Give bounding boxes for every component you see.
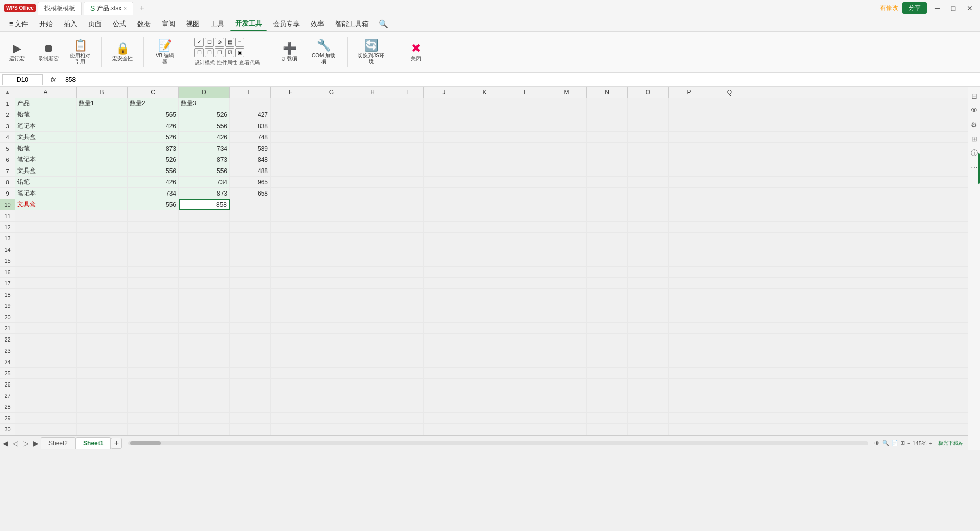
- checkbox-8[interactable]: ☐: [215, 48, 224, 57]
- design-mode-button[interactable]: 设计模式: [194, 59, 215, 66]
- cell-J12[interactable]: [424, 222, 464, 232]
- cell-P29[interactable]: [669, 413, 709, 423]
- row-num-26[interactable]: 26: [0, 379, 15, 390]
- cell-O16[interactable]: [628, 267, 669, 277]
- cell-M23[interactable]: [546, 345, 587, 356]
- sidebar-format-btn[interactable]: ⊞: [969, 134, 979, 144]
- cell-K19[interactable]: [464, 300, 505, 311]
- cell-g2[interactable]: [311, 109, 352, 120]
- cell-P20[interactable]: [669, 311, 709, 322]
- cell-b8[interactable]: [77, 177, 128, 187]
- cell-M22[interactable]: [546, 334, 587, 345]
- cell-A17[interactable]: [15, 278, 77, 288]
- cell-m6[interactable]: [546, 154, 587, 165]
- cell-h8[interactable]: [352, 177, 393, 187]
- cell-f8[interactable]: [271, 177, 311, 187]
- cell-B15[interactable]: [77, 255, 128, 266]
- cell-e2[interactable]: 427: [230, 109, 271, 120]
- sidebar-collapse-btn[interactable]: ⊟: [969, 91, 979, 101]
- close-button[interactable]: ✕: [964, 2, 976, 14]
- cell-K15[interactable]: [464, 255, 505, 266]
- cell-D14[interactable]: [179, 244, 230, 255]
- cell-i1[interactable]: [393, 98, 424, 109]
- menu-review[interactable]: 审阅: [157, 17, 180, 31]
- cell-D25[interactable]: [179, 368, 230, 378]
- cell-b9[interactable]: [77, 188, 128, 199]
- sheet-tab-next[interactable]: ▷: [20, 438, 31, 448]
- row-num-16[interactable]: 16: [0, 267, 15, 277]
- cell-p3[interactable]: [669, 120, 709, 131]
- row-num-24[interactable]: 24: [0, 356, 15, 367]
- cell-I15[interactable]: [393, 255, 424, 266]
- zoom-out-btn[interactable]: −: [907, 440, 910, 446]
- cell-C13[interactable]: [128, 233, 179, 244]
- cell-h2[interactable]: [352, 109, 393, 120]
- cell-F23[interactable]: [271, 345, 311, 356]
- cell-m3[interactable]: [546, 120, 587, 131]
- cell-l8[interactable]: [505, 177, 546, 187]
- cell-O21[interactable]: [628, 323, 669, 333]
- wps-logo[interactable]: WPS Office: [4, 4, 36, 12]
- cell-E15[interactable]: [230, 255, 271, 266]
- cell-P19[interactable]: [669, 300, 709, 311]
- cell-C24[interactable]: [128, 356, 179, 367]
- cell-E23[interactable]: [230, 345, 271, 356]
- cell-l1[interactable]: [505, 98, 546, 109]
- checkbox-7[interactable]: ☐: [205, 48, 214, 57]
- cell-o2[interactable]: [628, 109, 669, 120]
- zoom-in-btn[interactable]: +: [929, 440, 932, 446]
- run-macro-button[interactable]: ▶ 运行宏: [4, 37, 30, 67]
- cell-h1[interactable]: [352, 98, 393, 109]
- cell-C20[interactable]: [128, 311, 179, 322]
- cell-K23[interactable]: [464, 345, 505, 356]
- cell-d7[interactable]: 556: [179, 165, 230, 176]
- cell-n9[interactable]: [587, 188, 628, 199]
- cell-Q13[interactable]: [709, 233, 750, 244]
- cell-g3[interactable]: [311, 120, 352, 131]
- cell-G20[interactable]: [311, 311, 352, 322]
- cell-C29[interactable]: [128, 413, 179, 423]
- cell-i5[interactable]: [393, 143, 424, 154]
- cell-b6[interactable]: [77, 154, 128, 165]
- cell-i7[interactable]: [393, 165, 424, 176]
- cell-E16[interactable]: [230, 267, 271, 277]
- cell-N17[interactable]: [587, 278, 628, 288]
- cell-i4[interactable]: [393, 132, 424, 142]
- cell-N26[interactable]: [587, 379, 628, 390]
- cell-h3[interactable]: [352, 120, 393, 131]
- cell-i3[interactable]: [393, 120, 424, 131]
- cell-L19[interactable]: [505, 300, 546, 311]
- cell-J15[interactable]: [424, 255, 464, 266]
- cell-A12[interactable]: [15, 222, 77, 232]
- cell-I14[interactable]: [393, 244, 424, 255]
- checkbox-5[interactable]: ≡: [235, 38, 244, 47]
- col-header-n[interactable]: N: [587, 87, 628, 98]
- menu-file[interactable]: ≡ 文件: [4, 17, 33, 31]
- cell-I20[interactable]: [393, 311, 424, 322]
- cell-F17[interactable]: [271, 278, 311, 288]
- sidebar-tool-btn[interactable]: ⚙: [969, 119, 979, 130]
- row-num-27[interactable]: 27: [0, 390, 15, 401]
- cell-n7[interactable]: [587, 165, 628, 176]
- cell-b7[interactable]: [77, 165, 128, 176]
- cell-C30[interactable]: [128, 424, 179, 435]
- cell-N28[interactable]: [587, 401, 628, 412]
- cell-Q26[interactable]: [709, 379, 750, 390]
- cell-p1[interactable]: [669, 98, 709, 109]
- cell-C12[interactable]: [128, 222, 179, 232]
- col-header-f[interactable]: F: [271, 87, 311, 98]
- row-num-9[interactable]: 9: [0, 188, 15, 199]
- cell-N12[interactable]: [587, 222, 628, 232]
- cell-N22[interactable]: [587, 334, 628, 345]
- cell-O24[interactable]: [628, 356, 669, 367]
- cell-f6[interactable]: [271, 154, 311, 165]
- cell-A16[interactable]: [15, 267, 77, 277]
- row-num-30[interactable]: 30: [0, 424, 15, 435]
- cell-q3[interactable]: [709, 120, 750, 131]
- cell-O25[interactable]: [628, 368, 669, 378]
- col-header-a[interactable]: A: [15, 87, 77, 98]
- share-button[interactable]: 分享: [902, 2, 927, 14]
- checkbox-4[interactable]: ▤: [225, 38, 234, 47]
- cell-Q15[interactable]: [709, 255, 750, 266]
- cell-reference-input[interactable]: [2, 74, 43, 85]
